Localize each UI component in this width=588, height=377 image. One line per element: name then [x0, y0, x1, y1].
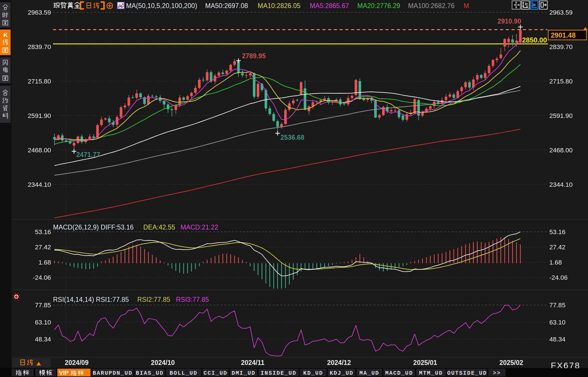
svg-text:2591.90: 2591.90	[28, 112, 51, 119]
svg-text:BOLL_UD: BOLL_UD	[170, 370, 197, 376]
svg-text:MA20:2776.29: MA20:2776.29	[357, 2, 400, 9]
svg-text:2963.59: 2963.59	[28, 9, 51, 16]
svg-text:2025/01: 2025/01	[413, 359, 437, 366]
svg-text:53.16: 53.16	[549, 228, 565, 236]
svg-text:DEA:42.55: DEA:42.55	[143, 224, 175, 231]
svg-text:2910.90: 2910.90	[497, 18, 521, 25]
svg-text:-24.06: -24.06	[549, 274, 568, 281]
svg-text:2024/10: 2024/10	[151, 359, 175, 366]
svg-text:27.42: 27.42	[35, 244, 51, 251]
svg-text:2024/11: 2024/11	[241, 359, 264, 366]
svg-text:2344.10: 2344.10	[549, 181, 573, 188]
svg-text:-24.06: -24.06	[33, 274, 51, 281]
svg-text:2901.48: 2901.48	[551, 31, 576, 39]
svg-text:2839.70: 2839.70	[28, 43, 51, 50]
svg-text:2789.95: 2789.95	[242, 52, 266, 60]
svg-text:63.10: 63.10	[549, 319, 565, 326]
svg-text:BARUPDN_UD: BARUPDN_UD	[93, 370, 132, 376]
svg-text:MACD(26,12,9) DIFF:53.16: MACD(26,12,9) DIFF:53.16	[53, 224, 134, 231]
svg-text:48.34: 48.34	[549, 336, 565, 343]
svg-text:2963.59: 2963.59	[549, 9, 573, 16]
svg-text:RSI2:77.85: RSI2:77.85	[137, 296, 170, 303]
svg-text:MA50:2697.08: MA50:2697.08	[205, 2, 248, 9]
svg-text:K: K	[3, 32, 8, 38]
svg-text:2468.00: 2468.00	[28, 147, 51, 154]
svg-text:VIP: VIP	[59, 369, 69, 376]
svg-text:M: M	[464, 2, 469, 9]
svg-text:1.68: 1.68	[38, 259, 51, 266]
svg-text:RSI3:77.85: RSI3:77.85	[176, 296, 209, 303]
svg-text:2715.80: 2715.80	[28, 78, 51, 85]
svg-text:CCI_UD: CCI_UD	[203, 370, 227, 376]
svg-text:27.42: 27.42	[549, 244, 565, 251]
svg-text:53.16: 53.16	[35, 228, 51, 236]
svg-text:>>: >>	[493, 370, 501, 376]
svg-text:2536.68: 2536.68	[281, 134, 304, 141]
svg-text:BIAS_UD: BIAS_UD	[136, 370, 164, 376]
svg-text:RSI(14,14,14) RSI1:77.85: RSI(14,14,14) RSI1:77.85	[53, 296, 129, 303]
svg-text:OUTSIDE_UD: OUTSIDE_UD	[447, 370, 487, 376]
svg-text:2591.90: 2591.90	[549, 112, 573, 119]
svg-text:MACD_UD: MACD_UD	[385, 370, 413, 376]
svg-text:MA5:2865.67: MA5:2865.67	[310, 2, 349, 9]
svg-text:MA_UD: MA_UD	[359, 370, 379, 376]
svg-text:2839.70: 2839.70	[549, 43, 573, 50]
svg-text:2850.00: 2850.00	[522, 36, 547, 44]
svg-text:2024/09: 2024/09	[65, 359, 89, 366]
svg-text:2024/12: 2024/12	[327, 359, 351, 366]
svg-text:KDJ_UD: KDJ_UD	[330, 370, 353, 376]
svg-text:2025/02: 2025/02	[499, 359, 523, 366]
svg-text:INSIDE_UD: INSIDE_UD	[260, 370, 296, 376]
svg-text:DMI_UD: DMI_UD	[232, 370, 255, 376]
svg-text:1.68: 1.68	[549, 259, 562, 266]
svg-text:KD_UD: KD_UD	[303, 370, 323, 376]
svg-text:2468.00: 2468.00	[549, 147, 573, 154]
svg-text:MACD:21.22: MACD:21.22	[181, 224, 218, 231]
svg-text:MA100:2682.76: MA100:2682.76	[408, 2, 454, 9]
svg-text:48.34: 48.34	[35, 336, 51, 343]
svg-text:77.85: 77.85	[549, 302, 565, 309]
svg-text:2471.77: 2471.77	[76, 151, 100, 158]
svg-text:63.10: 63.10	[35, 319, 51, 326]
svg-text:MA10:2826.05: MA10:2826.05	[258, 2, 301, 9]
svg-text:MTM_UD: MTM_UD	[419, 370, 443, 376]
svg-text:MA(50,10,5,20,100,200): MA(50,10,5,20,100,200)	[126, 2, 197, 9]
svg-text:2344.10: 2344.10	[28, 181, 51, 188]
svg-text:2715.80: 2715.80	[549, 78, 573, 85]
svg-text:77.85: 77.85	[35, 302, 51, 309]
